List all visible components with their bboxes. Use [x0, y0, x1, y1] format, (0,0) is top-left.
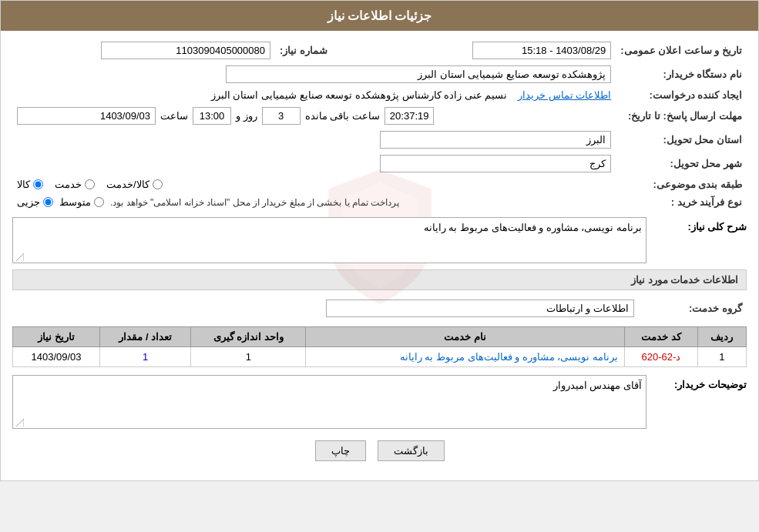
category-goods-label: کالا: [17, 179, 30, 190]
row-name: برنامه نویسی، مشاوره و فعالیت‌های مربوط …: [306, 347, 625, 367]
service-group-box: اطلاعات و ارتباطات: [326, 299, 634, 317]
service-group-table: گروه خدمت: اطلاعات و ارتباطات: [12, 296, 747, 320]
watermark-section: شرح کلی نیاز: برنامه نویسی، مشاوره و فعا…: [12, 217, 747, 263]
col-name: نام خدمت: [306, 327, 625, 347]
creator-link[interactable]: اطلاعات تماس خریدار: [518, 89, 611, 101]
buyer-notes-label: توضیحات خریدار:: [654, 375, 747, 390]
purchase-medium-item: متوسط: [59, 196, 104, 208]
category-goods-item: کالا: [17, 179, 43, 190]
announcement-value: 1403/08/29 - 15:18: [398, 38, 616, 62]
purchase-partial-item: جزیی: [17, 196, 53, 208]
response-time-box: 13:00: [193, 107, 231, 125]
category-service-radio[interactable]: [85, 179, 95, 189]
row-city: شهر محل تحویل: کرج: [12, 152, 747, 176]
services-section-title: اطلاعات خدمات مورد نیاز: [12, 269, 747, 290]
buyer-notes-resize-handle[interactable]: [15, 417, 24, 427]
purchase-medium-label: متوسط: [59, 196, 91, 208]
service-group-row: گروه خدمت: اطلاعات و ارتباطات: [12, 296, 747, 320]
row-purchase-type: نوع فرآیند خرید : پرداخت تمام یا بخشی از…: [12, 193, 747, 211]
row-date: 1403/09/03: [13, 347, 100, 367]
buyer-notes-box: آقای مهندس امیدروار: [12, 375, 646, 429]
purchase-type-note: پرداخت تمام یا بخشی از مبلغ خریدار از مح…: [110, 197, 399, 208]
general-desc-area: برنامه نویسی، مشاوره و فعالیت‌های مربوط …: [12, 217, 646, 263]
col-row: ردیف: [697, 327, 746, 347]
remaining-time-box: 20:37:19: [385, 107, 435, 125]
col-date: تاریخ نیاز: [13, 327, 100, 347]
row-category: طبقه بندی موضوعی: کالا/خدمت خدمت: [12, 176, 747, 193]
row-buyer-org: نام دستگاه خریدار: پژوهشکده توسعه صنایع …: [12, 62, 747, 86]
general-desc-label: شرح کلی نیاز:: [654, 217, 747, 233]
col-unit: واحد اندازه گیری: [191, 327, 306, 347]
row-unit: 1: [191, 347, 306, 367]
row-number: 1: [697, 347, 746, 367]
response-deadline-label: مهلت ارسال پاسخ: تا تاریخ:: [616, 104, 747, 128]
buyer-notes-resize-icon: [16, 419, 24, 427]
buttons-row: بازگشت چاپ: [12, 440, 747, 461]
purchase-partial-radio[interactable]: [43, 197, 53, 207]
page-container: جزئیات اطلاعات نیاز تاریخ و ساعت اعلان ع…: [0, 0, 759, 481]
announcement-box: 1403/08/29 - 15:18: [472, 42, 611, 59]
need-number-value: 1103090405000080: [12, 38, 275, 62]
category-goods-service-radio[interactable]: [153, 179, 163, 189]
response-time-label: ساعت: [160, 110, 188, 122]
buyer-notes-area: آقای مهندس امیدروار: [12, 375, 646, 429]
row-province: استان محل تحویل: البرز: [12, 128, 747, 152]
category-service-label: خدمت: [55, 179, 82, 190]
row-need-number: تاریخ و ساعت اعلان عمومی: 1403/08/29 - 1…: [12, 38, 747, 62]
main-content: تاریخ و ساعت اعلان عمومی: 1403/08/29 - 1…: [1, 31, 758, 480]
print-button[interactable]: چاپ: [315, 440, 366, 461]
remaining-days-box: 3: [262, 107, 301, 125]
buyer-notes-row: توضیحات خریدار: آقای مهندس امیدروار: [12, 375, 747, 429]
response-date-box: 1403/09/03: [17, 107, 156, 125]
page-header: جزئیات اطلاعات نیاز: [1, 1, 758, 31]
page-title: جزئیات اطلاعات نیاز: [327, 9, 432, 22]
buyer-notes-value: آقای مهندس امیدروار: [553, 380, 642, 391]
category-goods-service-label: کالا/خدمت: [106, 179, 149, 190]
category-goods-service-item: کالا/خدمت: [106, 179, 163, 190]
back-button[interactable]: بازگشت: [378, 440, 445, 461]
buyer-org-label: نام دستگاه خریدار:: [616, 62, 747, 86]
buyer-org-box: پژوهشکده توسعه صنایع شیمیایی استان البرز: [226, 65, 611, 83]
category-goods-radio[interactable]: [33, 179, 43, 189]
city-label: شهر محل تحویل:: [616, 152, 747, 176]
row-code: د-62-620: [625, 347, 698, 367]
need-number-label: شماره نیاز:: [275, 38, 383, 62]
purchase-partial-label: جزیی: [17, 196, 40, 208]
row-response-deadline: مهلت ارسال پاسخ: تا تاریخ: 20:37:19 ساعت…: [12, 104, 747, 128]
creator-label: ایجاد کننده درخواست:: [616, 86, 747, 104]
city-box: کرج: [380, 155, 611, 172]
province-label: استان محل تحویل:: [616, 128, 747, 152]
col-code: کد خدمت: [625, 327, 698, 347]
category-service-item: خدمت: [55, 179, 95, 190]
purchase-medium-radio[interactable]: [94, 197, 104, 207]
resize-handle[interactable]: [15, 252, 24, 261]
services-table: ردیف کد خدمت نام خدمت واحد اندازه گیری ت…: [12, 326, 747, 367]
general-desc-value: برنامه نویسی، مشاوره و فعالیت‌های مربوط …: [424, 222, 642, 233]
province-box: البرز: [380, 131, 611, 149]
services-table-header: ردیف کد خدمت نام خدمت واحد اندازه گیری ت…: [13, 327, 747, 347]
general-desc-row: شرح کلی نیاز: برنامه نویسی، مشاوره و فعا…: [12, 217, 747, 263]
row-count: 1: [100, 347, 191, 367]
table-row: 1 د-62-620 برنامه نویسی، مشاوره و فعالیت…: [13, 347, 747, 367]
resize-icon: [16, 253, 24, 261]
service-group-label: گروه خدمت:: [639, 296, 747, 320]
purchase-type-label: نوع فرآیند خرید :: [616, 193, 747, 211]
announcement-label: تاریخ و ساعت اعلان عمومی:: [616, 38, 747, 62]
remaining-days-label: ساعت باقی مانده: [305, 110, 380, 122]
general-desc-box: برنامه نویسی، مشاوره و فعالیت‌های مربوط …: [12, 217, 646, 263]
info-table: تاریخ و ساعت اعلان عمومی: 1403/08/29 - 1…: [12, 38, 747, 211]
col-count: تعداد / مقدار: [100, 327, 191, 347]
category-label: طبقه بندی موضوعی:: [616, 176, 747, 193]
creator-value: نسیم عنی زاده کارشناس پژوهشکده توسعه صنا…: [211, 89, 508, 101]
row-creator: ایجاد کننده درخواست: اطلاعات تماس خریدار…: [12, 86, 747, 104]
remaining-days-text: روز و: [236, 110, 257, 122]
need-number-box: 1103090405000080: [101, 42, 270, 59]
